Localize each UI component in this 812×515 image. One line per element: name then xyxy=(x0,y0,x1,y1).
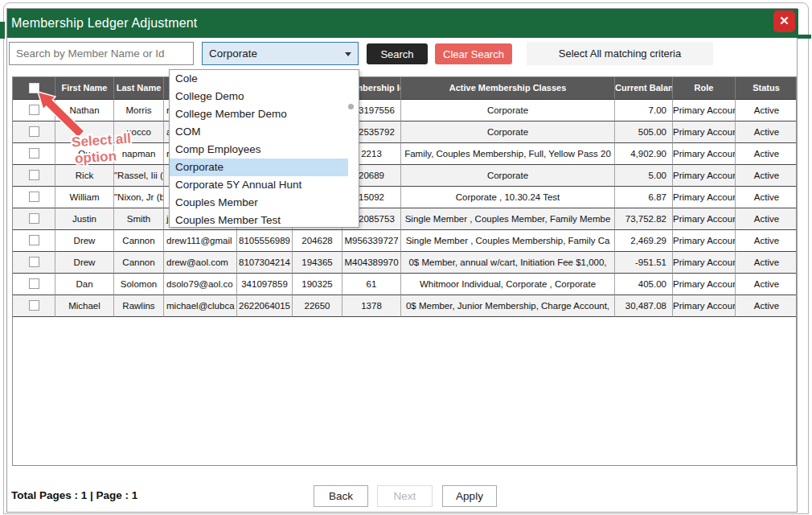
dropdown-option[interactable]: Corporate xyxy=(170,159,348,176)
row-checkbox-cell xyxy=(13,230,55,252)
select-all-matching-criteria-label: Select All matching criteria xyxy=(527,42,713,65)
cell-phone: 8107304214 xyxy=(237,252,293,274)
cell-member-id: 194365 xyxy=(293,252,342,274)
cell-role: Primary Account xyxy=(673,274,736,295)
table-row: DrewCannondrew@aol.com8107304214194365M4… xyxy=(13,252,796,274)
select-all-checkbox[interactable] xyxy=(29,83,39,93)
row-checkbox-cell xyxy=(13,274,55,295)
cell-status: Active xyxy=(736,100,797,122)
row-checkbox[interactable] xyxy=(29,170,39,180)
cell-last-name: uocco xyxy=(114,122,164,143)
cell-last-name: Rawlins xyxy=(114,295,164,317)
next-button[interactable]: Next xyxy=(377,485,433,507)
cell-balance: 4,902.90 xyxy=(615,143,673,165)
column-header: Status xyxy=(736,77,797,100)
combobox-value: Corporate xyxy=(209,47,257,60)
cell-balance: 505.00 xyxy=(615,122,673,143)
close-icon[interactable]: ✕ xyxy=(773,10,795,32)
row-checkbox-cell xyxy=(13,143,55,165)
cell-last-name: Cannon xyxy=(114,230,164,252)
row-checkbox[interactable] xyxy=(29,213,39,224)
cell-first-name: Nathan xyxy=(55,100,114,122)
cell-status: Active xyxy=(736,252,797,274)
row-checkbox[interactable] xyxy=(29,148,39,159)
membership-ledger-adjustment-dialog: Membership Ledger Adjustment ✕ Corporate… xyxy=(6,8,798,513)
dropdown-option[interactable]: Couples Member xyxy=(170,194,359,212)
dropdown-scroll-indicator[interactable] xyxy=(348,104,354,109)
dropdown-option[interactable]: Corporate 5Y Annual Hunt xyxy=(170,176,359,194)
cell-role: Primary Account xyxy=(673,187,736,208)
dropdown-option[interactable]: College Demo xyxy=(170,88,359,105)
cell-last-name: napman xyxy=(114,143,164,165)
cell-status: Active xyxy=(736,187,797,208)
cell-membership-id: M956339727 xyxy=(342,230,401,252)
cell-phone: 2622064015 xyxy=(237,295,293,317)
cell-last-name: "Nixon, Jr (b2 xyxy=(114,187,164,208)
cell-status: Active xyxy=(736,208,797,230)
column-header: Current Balance xyxy=(615,77,673,100)
dropdown-option[interactable]: Cole xyxy=(170,70,359,88)
background-green-accent-right xyxy=(798,35,811,39)
member-search-input[interactable] xyxy=(9,42,194,65)
column-header: Last Name xyxy=(114,77,164,100)
column-header: Active Membership Classes xyxy=(401,77,615,100)
clear-search-button[interactable]: Clear Search xyxy=(435,43,512,64)
row-checkbox[interactable] xyxy=(29,105,39,115)
row-checkbox[interactable] xyxy=(29,126,39,137)
dialog-title: Membership Ledger Adjustment xyxy=(11,9,198,38)
cell-role: Primary Account xyxy=(673,165,736,187)
cell-first-name xyxy=(55,122,114,143)
cell-classes: Corporate xyxy=(401,100,615,122)
table-row: MichaelRawlinsmichael@clubca262206401522… xyxy=(13,295,796,317)
cell-first-name: Drew xyxy=(55,252,114,274)
column-header: First Name xyxy=(55,77,114,100)
membership-class-combobox[interactable]: Corporate xyxy=(202,42,359,65)
background-green-accent-left xyxy=(0,22,5,39)
dropdown-option[interactable]: College Member Demo xyxy=(170,105,359,123)
cell-balance: 5.00 xyxy=(615,165,673,187)
chevron-down-icon xyxy=(345,52,351,56)
dropdown-option[interactable]: COM xyxy=(170,123,359,141)
cell-classes: Whitmoor Individual, Corporate , Corpora… xyxy=(401,274,615,295)
cell-first-name: Justin xyxy=(55,208,114,230)
cell-first-name: Dan xyxy=(55,274,114,295)
row-checkbox[interactable] xyxy=(29,257,39,267)
cell-balance: 2,469.29 xyxy=(615,230,673,252)
row-checkbox[interactable] xyxy=(29,235,39,245)
cell-first-name: Rick xyxy=(55,165,114,187)
cell-membership-id: 1378 xyxy=(342,295,401,317)
dropdown-option[interactable]: Couples Member Test xyxy=(170,212,359,228)
cell-classes: Corporate xyxy=(401,165,615,187)
row-checkbox[interactable] xyxy=(29,278,39,289)
cell-classes: Family, Couples Membership, Full, Yellow… xyxy=(401,143,615,165)
row-checkbox-cell xyxy=(13,165,55,187)
row-checkbox-cell xyxy=(13,295,55,317)
cell-classes: Single Member , Couples Membership, Fami… xyxy=(401,230,615,252)
cell-classes: 0$ Member, Junior Membership, Charge Acc… xyxy=(401,295,615,317)
cell-first-name: Michael xyxy=(55,295,114,317)
cell-status: Active xyxy=(736,122,797,143)
cell-member-id: 204628 xyxy=(293,230,342,252)
cell-last-name: Morris xyxy=(114,100,164,122)
search-button[interactable]: Search xyxy=(367,43,428,64)
cell-first-name: Qu xyxy=(55,143,114,165)
cell-role: Primary Account xyxy=(673,295,736,317)
cell-first-name: William xyxy=(55,187,114,208)
back-button[interactable]: Back xyxy=(314,485,368,507)
cell-status: Active xyxy=(736,230,797,252)
cell-balance: 6.87 xyxy=(615,187,673,208)
cell-classes: Corporate xyxy=(401,122,615,143)
membership-class-dropdown-list: ColeCollege DemoCollege Member DemoCOMCo… xyxy=(169,69,359,228)
cell-balance: 30,487.08 xyxy=(615,295,673,317)
cell-balance: 405.00 xyxy=(615,274,673,295)
row-checkbox-cell xyxy=(13,187,55,208)
row-checkbox-cell xyxy=(13,208,55,230)
row-checkbox[interactable] xyxy=(29,192,39,202)
cell-last-name: Cannon xyxy=(114,252,164,274)
table-body: NathanMorrisr663197556Corporate7.00Prima… xyxy=(13,100,796,317)
dropdown-option[interactable]: Comp Employees xyxy=(170,141,359,159)
cell-membership-id: 61 xyxy=(342,274,401,295)
apply-button[interactable]: Apply xyxy=(442,485,497,507)
column-header: Role xyxy=(673,77,736,100)
row-checkbox[interactable] xyxy=(29,300,39,311)
